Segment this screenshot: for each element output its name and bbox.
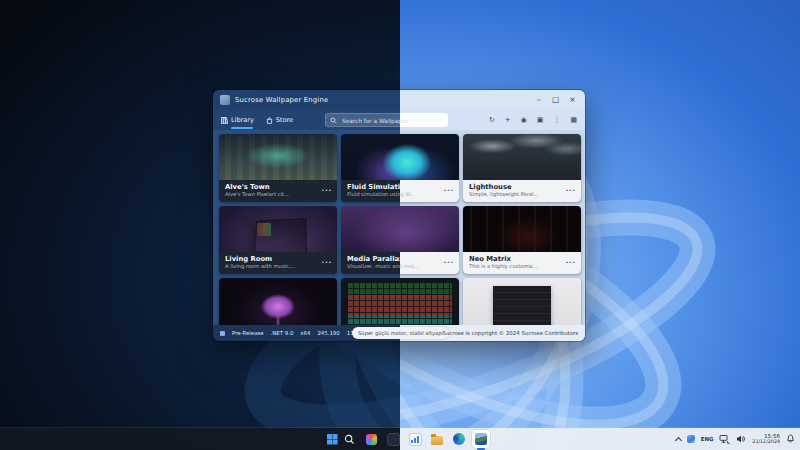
wallpaper-card-fluid-simulation[interactable]: Fluid Simulation Fluid simulation using … [341,134,459,202]
wallpaper-info-bar: Media Parallax Visualizer, music and mot… [341,252,459,274]
wallpaper-info-bar: Fluid Simulation Fluid simulation using … [341,180,459,202]
wallpaper-subtitle: Alve's Town Pixelart cit... [225,191,331,198]
version-label: 245.190 [317,330,339,336]
wallpaper-subtitle: Fluid simulation using W... [347,191,453,198]
file-explorer-icon [431,436,443,445]
notification-bell-icon[interactable] [786,434,795,444]
wallpaper-thumbnail [219,278,337,325]
stats-app-icon [410,434,421,445]
tab-library[interactable]: Library [221,110,254,130]
taskbar-search-button[interactable] [340,430,358,448]
window-toolbar: ↻ + ◉ ▣ ⋮ ▦ [489,110,577,130]
wallpaper-subtitle: This is a highly customiz... [469,263,575,270]
runtime-label: .NET 9.0 [271,330,294,336]
wallpaper-thumbnail [341,278,459,325]
more-options-button[interactable]: ••• [321,188,332,193]
more-options-icon[interactable]: ⋮ [553,110,560,130]
window-statusbar: Pre-Release .NET 9.0 x64 245.190 173.5 M… [213,325,585,341]
store-icon [266,117,273,124]
more-options-button[interactable]: ••• [565,260,576,265]
more-options-button[interactable]: ••• [443,260,454,265]
wallpaper-card-partial-3[interactable] [463,278,581,325]
close-button[interactable]: × [564,90,581,110]
taskbar-center-icons [318,430,490,448]
window-controls: – □ × [530,90,581,110]
wallpaper-title: Alve's Town [225,183,331,191]
network-icon[interactable] [719,434,730,444]
wallpaper-info-bar: Lighthouse Simple, lightweight Paral... … [463,180,581,202]
edge-icon [453,433,465,445]
wallpaper-card-partial-2[interactable] [341,278,459,325]
window-titlebar[interactable]: Sucrose Wallpaper Engine – □ × [213,90,585,110]
taskbar-clock[interactable]: 15:56 21/11/2024 [752,433,780,445]
more-options-button[interactable]: ••• [443,188,454,193]
window-title: Sucrose Wallpaper Engine [235,96,328,104]
wallpaper-title: Fluid Simulation [347,183,453,191]
system-tray: ENG 15:56 21/11/2024 [676,428,795,450]
wallpaper-search-box[interactable] [325,113,448,127]
file-explorer-button[interactable] [428,430,446,448]
windows-logo-icon [322,434,332,444]
play-icon[interactable]: ◉ [521,110,527,130]
wallpaper-subtitle: Visualizer, music and mot... [347,263,453,270]
start-button[interactable] [318,430,336,448]
minimize-button[interactable]: – [530,90,547,110]
terminal-app-button[interactable] [384,430,402,448]
wallpaper-title: Lighthouse [469,183,575,191]
volume-icon[interactable] [736,434,746,444]
library-icon [221,117,228,124]
wallpaper-thumbnail [463,278,581,325]
sucrose-wallpaper-engine-window: Sucrose Wallpaper Engine – □ × Library [213,90,585,341]
tab-store[interactable]: Store [266,110,293,130]
terminal-app-icon [388,434,399,445]
photos-app-button[interactable] [362,430,380,448]
display-icon[interactable]: ▣ [537,110,544,130]
nav-tabs: Library Store [221,110,293,130]
tab-store-label: Store [276,116,293,124]
tray-app-icon[interactable] [687,435,695,443]
wallpaper-title: Living Room [225,255,331,263]
tray-chevron-up-icon[interactable] [675,436,682,443]
wallpaper-info-bar: Alve's Town Alve's Town Pixelart cit... … [219,180,337,202]
wallpaper-info-bar: Living Room A living room with music,...… [219,252,337,274]
more-options-button[interactable]: ••• [565,188,576,193]
wallpaper-card-alves-town[interactable]: Alve's Town Alve's Town Pixelart cit... … [219,134,337,202]
add-wallpaper-icon[interactable]: + [505,110,511,130]
build-label: Pre-Release [232,330,264,336]
wallpaper-card-partial-1[interactable] [219,278,337,325]
search-input[interactable] [340,113,448,129]
wallpaper-info-bar: Neo Matrix This is a highly customiz... … [463,252,581,274]
desktop: Sucrose Wallpaper Engine – □ × Library [0,0,800,450]
search-icon [344,434,355,445]
grid-view-icon[interactable]: ▦ [570,110,577,130]
search-icon [330,117,337,124]
app-logo-icon [220,95,230,105]
wallpaper-card-neo-matrix[interactable]: Neo Matrix This is a highly customiz... … [463,206,581,274]
build-icon [220,331,225,336]
taskbar: ENG 15:56 21/11/2024 [0,428,800,450]
arch-label: x64 [300,330,310,336]
wallpaper-card-living-room[interactable]: Living Room A living room with music,...… [219,206,337,274]
tab-library-label: Library [231,116,254,124]
wallpaper-subtitle: Simple, lightweight Paral... [469,191,575,198]
wallpaper-grid: Alve's Town Alve's Town Pixelart cit... … [213,130,585,325]
clock-date: 21/11/2024 [752,439,780,445]
photos-app-icon [366,434,377,445]
status-left-group: Pre-Release .NET 9.0 x64 245.190 173.5 M… [220,325,372,341]
more-options-button[interactable]: ••• [321,260,332,265]
stats-app-button[interactable] [406,430,424,448]
maximize-button[interactable]: □ [547,90,564,110]
edge-browser-button[interactable] [450,430,468,448]
language-indicator[interactable]: ENG [701,436,714,442]
wallpaper-card-lighthouse[interactable]: Lighthouse Simple, lightweight Paral... … [463,134,581,202]
wallpaper-title: Neo Matrix [469,255,575,263]
sucrose-app-icon [475,433,487,445]
refresh-icon[interactable]: ↻ [489,110,495,130]
status-tip: Süper güçlü motor, stabil altyapı [352,327,449,339]
window-navbar: Library Store ↻ + [213,110,585,130]
wallpaper-subtitle: A living room with music,... [225,263,331,270]
wallpaper-card-media-parallax[interactable]: Media Parallax Visualizer, music and mot… [341,206,459,274]
wallpaper-title: Media Parallax [347,255,453,263]
sucrose-app-button[interactable] [472,430,490,448]
copyright-label: Sucrose is copyright © 2024 Sucrose Cont… [443,325,578,341]
